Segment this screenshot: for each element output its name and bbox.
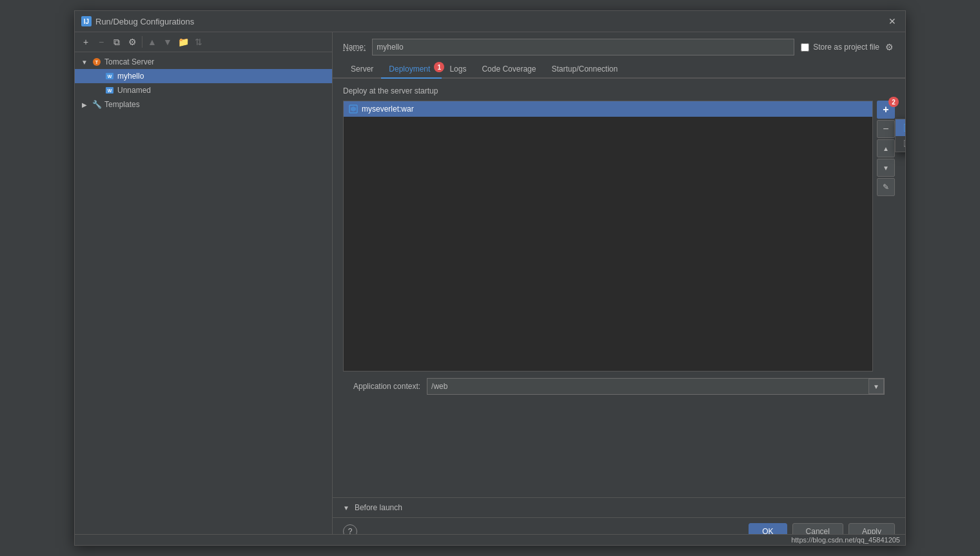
artifact-icon [349,104,358,114]
expand-icon: ▼ [80,57,89,66]
remove-deployment-button[interactable]: − [877,120,895,138]
store-label: Store as project file [813,43,879,52]
deployment-item-name: myseverlet:war [362,104,414,114]
unnamed-item[interactable]: W Unnamed [75,83,332,97]
remove-config-button[interactable]: − [94,35,108,49]
templates-item[interactable]: ▶ 🔧 Templates [75,97,332,112]
tab-startup-connection[interactable]: Startup/Connection [544,61,625,79]
close-button[interactable]: ✕ [886,15,899,28]
deployment-wrapper: myseverlet:war + 2 − ▲ ▼ ✎ [343,101,895,372]
left-panel: + − ⧉ ⚙ ▲ ▼ 📁 ⇅ ▼ T [75,32,333,545]
tab-logs[interactable]: Logs [442,61,474,79]
deployment-item[interactable]: myseverlet:war [344,101,872,117]
status-bar: https://blog.csdn.net/qq_45841205 [75,534,905,545]
app-icon: IJ [81,16,92,26]
edit-deployment-button[interactable]: ✎ [877,178,895,196]
status-url: https://blog.csdn.net/qq_45841205 [791,536,900,544]
dialog-title: Run/Debug Configurations [95,17,194,26]
app-context-field: /web ▼ [427,378,885,395]
dialog-body: + − ⧉ ⚙ ▲ ▼ 📁 ⇅ ▼ T [75,32,905,545]
svg-text:W: W [108,74,112,79]
move-deployment-down-button[interactable]: ▼ [877,159,895,177]
tomcat-server-group[interactable]: ▼ T Tomcat Server [75,55,332,69]
unnamed-label: Unnamed [117,86,151,95]
title-bar: IJ Run/Debug Configurations ✕ [75,11,905,32]
title-left: IJ Run/Debug Configurations [81,16,194,26]
sort-button[interactable]: ⇅ [191,35,206,49]
name-row: Name: Store as project file ⚙ [333,32,905,61]
app-context-label: Application context: [353,382,420,391]
artifact-menu-item[interactable]: Artifact... 3 [896,119,905,136]
context-menu: Artifact... 3 [895,119,905,152]
move-up-button[interactable]: ▲ [145,35,159,49]
add-btn-wrapper: + 2 [877,101,895,119]
tab-code-coverage[interactable]: Code Coverage [474,61,544,79]
templates-icon: 🔧 [92,99,102,110]
external-source-menu-item[interactable]: External Source... [896,136,905,152]
add-config-button[interactable]: + [79,35,93,49]
before-launch-row: ▼ Before launch [333,497,905,517]
templates-expand: ▶ [80,100,89,109]
settings-config-button[interactable]: ⚙ [125,35,139,49]
name-label: Name: [343,43,366,52]
collapse-before-launch[interactable]: ▼ [343,504,349,511]
myhello-label: myhello [117,72,144,81]
artifact-menu-icon [903,123,905,132]
store-row: Store as project file ⚙ [801,41,895,53]
divider1 [142,36,142,48]
tab-server[interactable]: Server [343,61,381,79]
deployment-list: myseverlet:war [343,101,873,372]
move-deployment-up-button[interactable]: ▲ [877,139,895,157]
tomcat-server-label: Tomcat Server [104,57,154,66]
deploy-section-label: Deploy at the server startup [343,86,895,95]
right-panel: Name: Store as project file ⚙ Server Dep… [333,32,905,545]
move-down-button[interactable]: ▼ [161,35,175,49]
expand-spacer [93,72,102,81]
unnamed-icon: W [104,85,115,95]
myhello-icon: W [104,71,115,81]
config-tree: ▼ T Tomcat Server W [75,52,332,545]
svg-rect-8 [904,140,905,146]
store-checkbox[interactable] [801,43,809,52]
run-debug-dialog: IJ Run/Debug Configurations ✕ + − ⧉ ⚙ ▲ … [74,10,906,546]
right-buttons: + 2 − ▲ ▼ ✎ [877,101,895,196]
tab-deployment[interactable]: Deployment 1 [381,61,442,79]
store-gear-button[interactable]: ⚙ [883,41,895,53]
tabs-bar: Server Deployment 1 Logs Code Coverage S… [333,61,905,79]
copy-config-button[interactable]: ⧉ [110,35,124,49]
myhello-item[interactable]: W myhello [75,69,332,83]
app-context-dropdown[interactable]: ▼ [868,379,884,394]
tomcat-server-icon: T [92,57,102,67]
before-launch-label: Before launch [355,503,402,512]
name-input[interactable] [372,39,794,55]
svg-text:W: W [108,88,112,93]
templates-label: Templates [104,100,140,109]
add-badge: 2 [888,97,899,107]
content-area: Deploy at the server startup [333,79,905,497]
external-source-menu-icon [903,139,905,148]
svg-text:T: T [95,60,99,65]
left-toolbar: + − ⧉ ⚙ ▲ ▼ 📁 ⇅ [75,32,332,52]
svg-rect-7 [904,124,905,132]
expand-spacer2 [93,86,102,95]
folder-button[interactable]: 📁 [176,35,190,49]
app-context-row: Application context: /web ▼ [343,372,895,401]
app-context-value: /web [427,382,868,391]
